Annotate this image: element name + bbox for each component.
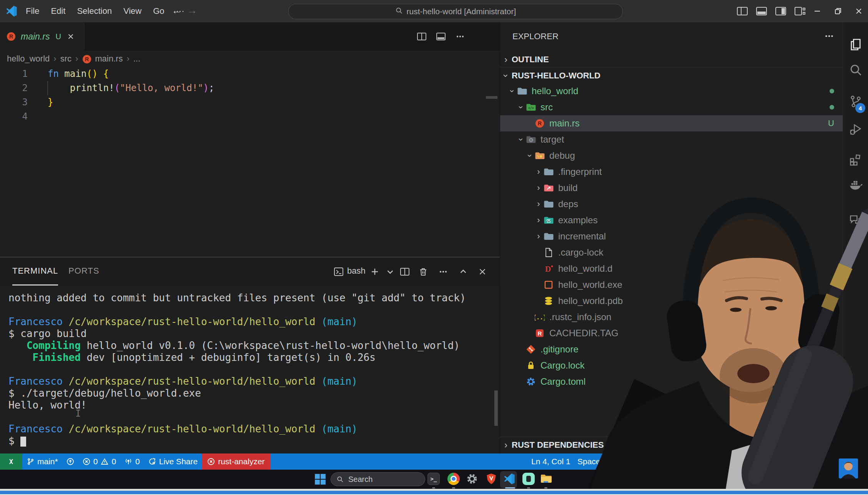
tree-item-target[interactable]: ›target [500, 131, 843, 148]
toggle-secondary-sidebar-icon[interactable] [775, 7, 787, 16]
tree-item-cachedir-tag[interactable]: RCACHEDIR.TAG [500, 325, 843, 341]
breadcrumb-item[interactable]: ... [133, 54, 140, 64]
tree-item-build[interactable]: ›build [500, 180, 843, 196]
taskbar-chrome-icon[interactable] [447, 473, 460, 485]
tab-close-icon[interactable] [67, 32, 75, 41]
command-center-search[interactable]: rust-hello-world [Administrator] [288, 4, 623, 19]
chevron-right-icon[interactable]: › [534, 183, 544, 193]
activity-extensions-icon[interactable] [849, 153, 863, 167]
split-terminal-icon[interactable] [400, 267, 410, 277]
kill-terminal-icon[interactable] [418, 267, 428, 277]
tree-item-src[interactable]: ›</>src [500, 99, 843, 115]
branch-status[interactable]: main* [22, 453, 62, 470]
menu-file[interactable]: File [20, 6, 45, 16]
start-button[interactable] [314, 473, 326, 485]
ports-status[interactable]: 0 [120, 453, 144, 470]
activity-explorer-icon[interactable] [849, 38, 863, 51]
tab-terminal[interactable]: TERMINAL [12, 257, 58, 286]
maximize-panel-icon[interactable] [458, 267, 468, 277]
terminal-dropdown-icon[interactable] [385, 267, 395, 277]
activity-run-debug-icon[interactable] [849, 122, 863, 136]
chevron-down-icon[interactable]: › [507, 86, 517, 96]
chevron-down-icon[interactable]: › [516, 135, 526, 145]
terminal-scrollbar-thumb[interactable] [494, 390, 498, 426]
tree-item-hello-world-pdb[interactable]: hello_world.pdb [500, 293, 843, 309]
split-editor-icon[interactable] [417, 32, 427, 41]
code-editor[interactable]: 1fn main() {2 println!("Hello, world!");… [0, 67, 500, 257]
explorer-more-actions-icon[interactable] [824, 32, 835, 41]
tree-item--rustc-info-json[interactable]: {..}.rustc_info.json [500, 309, 843, 325]
live-share-button[interactable]: Live Share [144, 453, 202, 470]
menu-go[interactable]: Go [147, 6, 170, 16]
menu-edit[interactable]: Edit [45, 6, 71, 16]
terminal-icon[interactable] [334, 267, 344, 277]
chevron-down-icon[interactable]: › [525, 151, 535, 161]
publish-button[interactable] [62, 453, 78, 470]
chevron-right-icon[interactable] [516, 360, 526, 370]
toggle-sidebar-icon[interactable] [737, 7, 748, 16]
chevron-right-icon[interactable] [534, 280, 544, 290]
chevron-right-icon[interactable] [525, 328, 535, 338]
section-project[interactable]: › RUST-HELLO-WORLD [500, 68, 843, 84]
tree-item-hello-world-exe[interactable]: hello_world.exe [500, 277, 843, 293]
tree-item-incremental[interactable]: ›incremental [500, 228, 843, 244]
taskbar-emulator-icon[interactable] [522, 473, 535, 485]
taskbar-brave-icon[interactable] [485, 473, 497, 485]
tree-item-hello-world-d[interactable]: Dhello_world.d [500, 261, 843, 277]
chevron-right-icon[interactable] [534, 296, 544, 306]
chevron-right-icon[interactable] [534, 248, 544, 257]
history-forward-icon[interactable]: → [187, 5, 197, 17]
shell-label[interactable]: bash [347, 266, 366, 276]
tree-item-cargo-toml[interactable]: Cargo.toml [500, 374, 843, 390]
restore-icon[interactable] [833, 7, 843, 16]
tree-item--gitignore[interactable]: .gitignore [500, 341, 843, 357]
taskbar-settings-icon[interactable] [466, 473, 478, 485]
tree-item--fingerprint[interactable]: ›.fingerprint [500, 164, 843, 180]
rust-analyzer-status[interactable]: rust-analyzer [202, 453, 270, 470]
menu-view[interactable]: View [118, 6, 147, 16]
tree-item-deps[interactable]: ›deps [500, 196, 843, 212]
section-rust-dependencies[interactable]: › RUST DEPENDENCIES [500, 437, 843, 453]
activity-docker-icon[interactable] [849, 178, 863, 192]
breadcrumb-item[interactable]: src [60, 54, 72, 64]
tree-item-debug[interactable]: ›debug [500, 148, 843, 164]
chevron-right-icon[interactable] [525, 312, 535, 322]
taskbar-search-box[interactable]: Search [331, 472, 425, 486]
chevron-down-icon[interactable]: › [516, 102, 526, 112]
chevron-right-icon[interactable]: › [534, 215, 544, 225]
taskbar-explorer-icon[interactable] [540, 473, 552, 485]
close-icon[interactable] [854, 7, 863, 16]
chevron-right-icon[interactable] [534, 264, 544, 274]
tree-item-cargo-lock[interactable]: Cargo.lock [500, 357, 843, 374]
terminal-more-icon[interactable] [438, 267, 448, 277]
close-panel-icon[interactable] [477, 267, 487, 277]
cursor-position-status[interactable]: Ln 4, Col 1 [531, 453, 570, 470]
chevron-right-icon[interactable] [516, 344, 526, 354]
history-back-icon[interactable]: ← [171, 5, 182, 17]
breadcrumb-item[interactable]: main.rs [95, 54, 123, 64]
taskbar-vscode-icon[interactable] [503, 473, 515, 485]
more-actions-icon[interactable] [455, 32, 465, 41]
indentation-status[interactable]: Spaces: [577, 453, 607, 470]
chevron-right-icon[interactable]: › [534, 199, 544, 209]
editor-scrollbar-thumb[interactable] [486, 96, 497, 99]
video-progress-bar[interactable] [0, 491, 868, 494]
tab-main-rs[interactable]: R main.rs U [0, 22, 85, 51]
breadcrumb-item[interactable]: hello_world [7, 54, 50, 64]
menu-selection[interactable]: Selection [71, 6, 118, 16]
toggle-panel-icon[interactable] [436, 32, 446, 41]
section-outline[interactable]: › OUTLINE [500, 51, 843, 68]
tab-ports[interactable]: PORTS [68, 257, 99, 284]
activity-comments-icon[interactable] [849, 214, 863, 228]
problems-status[interactable]: 00 [78, 453, 120, 470]
tree-item-examples[interactable]: ›examples [500, 212, 843, 228]
tree-item-main-rs[interactable]: Rmain.rsU [500, 115, 843, 131]
remote-indicator[interactable] [0, 453, 22, 470]
chevron-right-icon[interactable] [525, 118, 535, 128]
activity-search-icon[interactable] [849, 63, 863, 77]
terminal-output[interactable]: nothing added to commit but untracked fi… [8, 292, 497, 447]
chevron-right-icon[interactable]: › [534, 231, 544, 241]
toggle-panel-icon[interactable] [756, 7, 767, 16]
chevron-right-icon[interactable]: › [534, 167, 544, 177]
customize-layout-icon[interactable] [794, 7, 806, 16]
